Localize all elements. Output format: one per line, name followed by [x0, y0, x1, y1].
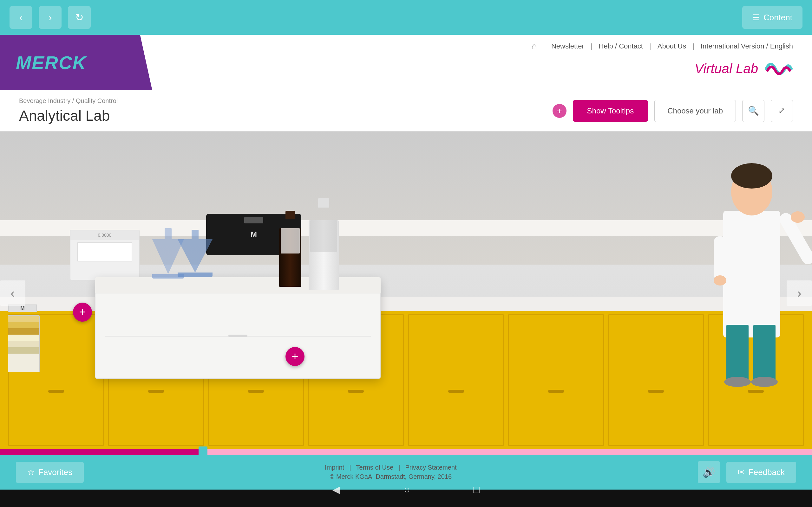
reload-icon: ↻: [75, 11, 84, 23]
scene-nav-right[interactable]: ›: [786, 280, 812, 306]
footer-right: 🔊 ✉ Feedback: [698, 461, 796, 483]
privacy-link[interactable]: Privacy Statement: [405, 464, 456, 471]
nav-divider-2: |: [591, 42, 593, 50]
bottle-body: [279, 228, 301, 287]
strip-tan: [8, 347, 39, 354]
handle-2: [148, 390, 164, 393]
strip-amber: [8, 328, 39, 335]
newsletter-link[interactable]: Newsletter: [551, 42, 584, 50]
bottle-label: [281, 228, 300, 253]
scale-display: 0.0000: [70, 230, 139, 240]
android-recent-icon: □: [473, 484, 479, 495]
bottle-white-label: [310, 220, 337, 252]
toolbar-actions: Show Tooltips Choose your lab 🔍 ⤢: [573, 100, 793, 122]
back-button[interactable]: ‹: [9, 6, 32, 29]
merck-logo: MERCK: [16, 52, 87, 73]
audio-button[interactable]: 🔊: [698, 461, 720, 483]
flask-2-base: [177, 273, 212, 277]
svg-rect-2: [753, 325, 775, 382]
footer-links: Imprint | Terms of Use | Privacy Stateme…: [325, 464, 457, 471]
svg-point-4: [751, 377, 778, 387]
share-button[interactable]: ⤢: [771, 100, 793, 122]
cabinet-5: [408, 314, 504, 446]
bottle-cap: [286, 211, 295, 219]
lab-scene: 0.0000 M: [0, 131, 812, 455]
back-icon: ‹: [19, 12, 23, 23]
international-version-link[interactable]: International Version / English: [701, 42, 793, 50]
feedback-icon: ✉: [738, 467, 745, 477]
flask-1-neck: [165, 228, 171, 239]
content-label: Content: [763, 13, 792, 22]
feedback-button[interactable]: ✉ Feedback: [726, 462, 796, 483]
flask-2-neck: [192, 230, 199, 239]
bottle-dark: [276, 211, 305, 277]
handle-1: [48, 390, 64, 393]
tooltip-button-2[interactable]: +: [286, 347, 305, 366]
lab-section: Beverage Industry / Quality Control Anal…: [0, 90, 812, 455]
footer-center: Imprint | Terms of Use | Privacy Stateme…: [325, 464, 457, 481]
search-button[interactable]: 🔍: [742, 100, 764, 122]
svg-rect-1: [726, 325, 749, 382]
printer-logo: M: [251, 230, 257, 239]
handle-7: [648, 390, 664, 393]
right-arrow-icon: ›: [797, 286, 801, 300]
terms-link[interactable]: Terms of Use: [356, 464, 393, 471]
footer-divider-2: |: [398, 464, 400, 471]
scene-progress-bar[interactable]: [0, 449, 812, 455]
handle-4: [348, 390, 364, 393]
cabinet-6: [508, 314, 604, 446]
bottle-white-body: [309, 220, 339, 290]
svg-point-10: [714, 275, 726, 285]
bench-handle: [229, 335, 247, 337]
imprint-link[interactable]: Imprint: [325, 464, 344, 471]
strip-light: [8, 341, 39, 347]
lab-toolbar: Beverage Industry / Quality Control Anal…: [0, 90, 812, 131]
handle-5: [448, 390, 464, 393]
favorites-button[interactable]: ☆ Favorites: [16, 462, 84, 483]
choose-lab-button[interactable]: Choose your lab: [654, 100, 736, 122]
svg-point-8: [791, 211, 805, 223]
top-nav: ⌂ | Newsletter | Help / Contact | About …: [531, 41, 793, 51]
search-icon: 🔍: [748, 106, 759, 116]
lab-bench: [95, 277, 380, 379]
forward-icon: ›: [49, 12, 52, 23]
virtual-lab-label: Virtual Lab: [695, 61, 758, 76]
scientist-figure: [692, 154, 812, 391]
audio-icon: 🔊: [703, 466, 715, 478]
favorites-icon: ☆: [27, 467, 35, 477]
footer-copyright: © Merck KGaA, Darmstadt, Germany, 2016: [325, 473, 457, 481]
scene-nav-left[interactable]: ‹: [0, 280, 26, 306]
bench-body: [95, 293, 380, 379]
content-button[interactable]: ☰ Content: [742, 6, 803, 29]
strip-cream: [8, 335, 39, 341]
android-recent-button[interactable]: □: [473, 484, 479, 496]
progress-fill: [0, 449, 203, 455]
about-us-link[interactable]: About Us: [658, 42, 687, 50]
home-icon[interactable]: ⌂: [531, 41, 537, 51]
help-contact-link[interactable]: Help / Contact: [599, 42, 643, 50]
breadcrumb: Beverage Industry / Quality Control: [19, 97, 553, 105]
lab-title-area: Beverage Industry / Quality Control Anal…: [19, 97, 553, 124]
bottle-white: [308, 198, 339, 277]
forward-button[interactable]: ›: [39, 6, 61, 29]
virtual-lab-logo: [764, 58, 793, 80]
title-tooltip-btn: +: [553, 104, 566, 118]
site-header: MERCK ⌂ | Newsletter | Help / Contact | …: [0, 35, 812, 90]
scale-platform: [78, 242, 132, 262]
footer-divider-1: |: [349, 464, 351, 471]
tooltip-button-1[interactable]: +: [73, 302, 92, 322]
show-tooltips-button[interactable]: Show Tooltips: [573, 100, 648, 122]
svg-rect-0: [723, 211, 780, 337]
android-home-button[interactable]: ○: [404, 484, 410, 496]
content-icon: ☰: [752, 13, 760, 22]
android-home-icon: ○: [404, 484, 410, 495]
share-icon: ⤢: [778, 106, 785, 116]
logo-area: MERCK: [0, 35, 152, 90]
header-right: ⌂ | Newsletter | Help / Contact | About …: [152, 35, 812, 90]
favorites-label: Favorites: [38, 467, 72, 477]
android-back-button[interactable]: ◀: [333, 484, 340, 496]
svg-rect-9: [714, 236, 726, 280]
progress-thumb[interactable]: [199, 447, 207, 455]
reload-button[interactable]: ↻: [68, 6, 91, 29]
svg-point-6: [731, 163, 772, 188]
